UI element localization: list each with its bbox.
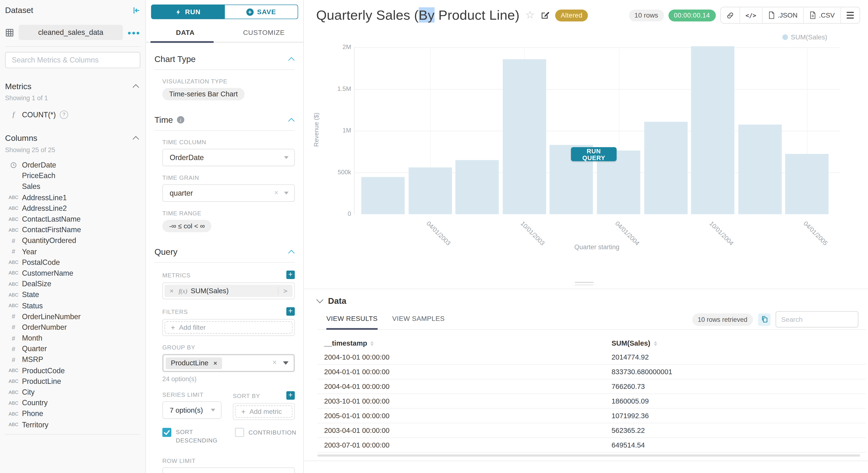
column-item[interactable]: ABCAddressLine2 [5, 203, 140, 214]
time-section-title: Time [155, 115, 173, 125]
chevron-up-icon[interactable] [288, 57, 294, 63]
bar[interactable] [691, 46, 735, 214]
bar[interactable] [408, 167, 452, 214]
column-item[interactable]: #OrderLineNumber [5, 311, 140, 322]
search-metrics-columns-input[interactable] [5, 52, 140, 68]
edit-title-icon[interactable] [540, 11, 550, 20]
checkbox-unchecked-icon[interactable] [235, 428, 244, 437]
row-limit-select[interactable]: 10000 × [162, 467, 294, 473]
column-item[interactable]: ABCContactFirstName [5, 224, 140, 235]
table-row[interactable]: 2004-04-01 00:00:00766260.73 [317, 379, 866, 394]
column-item[interactable]: ABCCustomerName [5, 268, 140, 279]
column-item[interactable]: #Month [5, 333, 140, 343]
tab-view-results[interactable]: VIEW RESULTS [326, 315, 377, 329]
column-item[interactable]: ABCState [5, 289, 140, 300]
column-item[interactable]: ABCAddressLine1 [5, 192, 140, 203]
copy-link-button[interactable] [721, 7, 739, 23]
column-header-sum-sales[interactable]: SUM(Sales) [612, 339, 657, 347]
chevron-up-icon[interactable] [288, 118, 294, 124]
chevron-up-icon[interactable] [133, 136, 139, 142]
copy-data-button[interactable] [758, 313, 771, 326]
horizontal-scrollbar[interactable] [317, 454, 860, 456]
column-item[interactable]: ABCStatus [5, 300, 140, 311]
group-by-select[interactable]: ProductLine × × [162, 354, 294, 372]
time-grain-select[interactable]: quarter × [162, 184, 294, 202]
chevron-right-icon[interactable]: > [278, 287, 293, 295]
view-query-button[interactable]: </> [739, 7, 762, 23]
chevron-down-icon[interactable] [316, 296, 323, 303]
time-column-select[interactable]: OrderDate [162, 149, 294, 166]
run-button[interactable]: RUN [151, 5, 225, 19]
remove-metric-icon[interactable]: × [165, 287, 179, 295]
clear-icon[interactable]: × [274, 471, 279, 473]
chevron-down-icon [284, 156, 289, 159]
column-item[interactable]: ABCProductCode [5, 365, 140, 376]
table-row[interactable]: 2003-10-01 00:00:001860005.09 [317, 394, 866, 409]
tab-view-samples[interactable]: VIEW SAMPLES [392, 315, 444, 329]
run-query-button[interactable]: RUN QUERY [571, 147, 617, 161]
bar[interactable] [361, 177, 405, 214]
column-item[interactable]: PriceEach [5, 170, 140, 181]
column-item[interactable]: Sales [5, 181, 140, 192]
add-filter-button[interactable]: + [286, 307, 294, 316]
add-sort-metric-button[interactable]: + [286, 391, 294, 400]
tab-data[interactable]: DATA [146, 26, 224, 42]
column-item[interactable]: ABCTerritory [5, 419, 140, 430]
column-header-timestamp[interactable]: __timestamp [317, 339, 611, 347]
column-item[interactable]: #Quarter [5, 343, 140, 354]
group-by-chip[interactable]: ProductLine × [166, 357, 222, 369]
favorite-star-icon[interactable]: ☆ [525, 10, 535, 20]
results-search-input[interactable] [775, 311, 858, 327]
remove-chip-icon[interactable]: × [213, 359, 217, 366]
table-row[interactable]: 2004-01-01 00:00:00833730.680000001 [317, 365, 866, 379]
altered-badge[interactable]: Altered [555, 9, 588, 21]
bar[interactable] [644, 122, 687, 214]
export-csv-button[interactable]: .CSV [803, 7, 840, 23]
chevron-up-icon[interactable] [133, 84, 139, 90]
panel-resize-handle[interactable] [575, 282, 593, 287]
add-sort-metric-dropzone[interactable]: + Add metric [235, 405, 292, 418]
metric-item[interactable]: f COUNT(*) ? [5, 109, 140, 120]
add-filter-dropzone[interactable]: + Add filter [165, 321, 292, 334]
dataset-name[interactable]: cleaned_sales_data [19, 25, 123, 40]
time-range-value[interactable]: -∞ ≤ col < ∞ [162, 220, 212, 232]
bar[interactable] [785, 154, 829, 214]
column-item[interactable]: #OrderNumber [5, 322, 140, 333]
bar[interactable] [503, 59, 546, 214]
clear-icon[interactable]: × [274, 188, 279, 197]
dataset-options-menu[interactable]: ●●● [127, 29, 140, 36]
metric-chip[interactable]: × f(x) SUM(Sales) > [165, 285, 292, 297]
table-row[interactable]: 2003-07-01 00:00:00649514.54 [317, 438, 866, 452]
column-item[interactable]: OrderDate [5, 160, 140, 170]
legend[interactable]: SUM(Sales) [782, 33, 827, 41]
export-json-button[interactable]: .JSON [762, 7, 803, 23]
checkbox-checked-icon[interactable] [162, 428, 171, 437]
chevron-up-icon[interactable] [288, 250, 294, 256]
column-item[interactable]: ABCProductLine [5, 376, 140, 387]
column-item[interactable]: ABCContactLastName [5, 214, 140, 224]
add-metric-button[interactable]: + [286, 271, 294, 279]
table-row[interactable]: 2005-01-01 00:00:001071992.36 [317, 409, 866, 423]
contribution-checkbox[interactable]: CONTRIBUTION [235, 428, 292, 445]
bar[interactable] [456, 160, 499, 214]
column-item[interactable]: #MSRP [5, 354, 140, 365]
table-row[interactable]: 2003-04-01 00:00:00562365.22 [317, 423, 866, 438]
column-item[interactable]: ABCCity [5, 387, 140, 398]
viz-type-value[interactable]: Time-series Bar Chart [162, 88, 244, 100]
menu-button[interactable] [840, 7, 860, 23]
column-item[interactable]: #QuantityOrdered [5, 235, 140, 246]
table-row[interactable]: 2004-10-01 00:00:002014774.92 [317, 350, 866, 365]
tab-customize[interactable]: CUSTOMIZE [225, 26, 303, 42]
collapse-panel-icon[interactable] [132, 6, 140, 14]
series-limit-select[interactable]: 7 option(s) [162, 401, 221, 419]
sort-descending-checkbox[interactable]: SORT DESCENDING [162, 428, 221, 445]
column-item[interactable]: ABCDealSize [5, 279, 140, 289]
bar[interactable] [738, 125, 782, 214]
column-item[interactable]: #Year [5, 246, 140, 257]
column-item[interactable]: ABCCountry [5, 398, 140, 408]
clear-icon[interactable]: × [273, 358, 277, 366]
columns-list: OrderDatePriceEachSalesABCAddressLine1AB… [5, 160, 140, 430]
column-item[interactable]: ABCPhone [5, 408, 140, 419]
save-button[interactable]: + SAVE [225, 5, 298, 19]
column-item[interactable]: ABCPostalCode [5, 257, 140, 268]
